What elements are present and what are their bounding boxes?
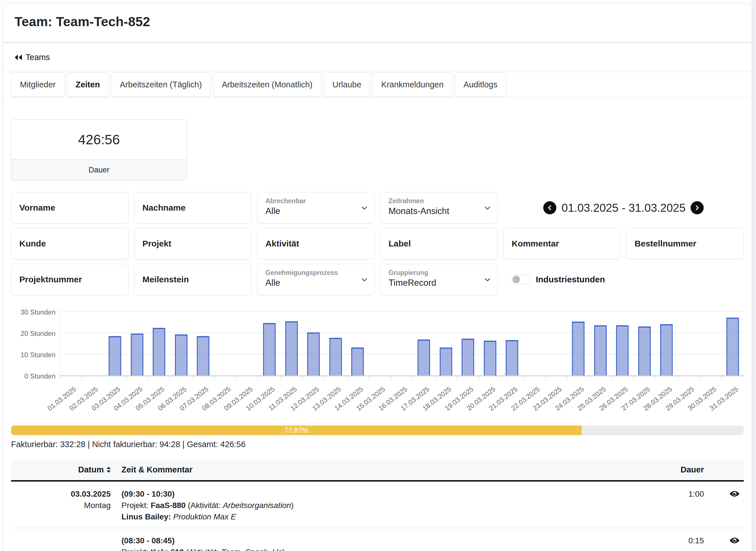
kommentar-input[interactable] [503, 228, 621, 259]
x-axis-tick [126, 376, 126, 380]
row-description-cell: (09:30 - 10:30)Projekt: FaaS-880 (Aktivi… [111, 488, 647, 523]
projekt-input[interactable] [134, 228, 252, 259]
industriestunden-toggle[interactable] [511, 274, 530, 284]
bestellnummer-input[interactable] [626, 228, 744, 259]
teams-back-link[interactable]: Teams [15, 53, 50, 62]
bar-18.03.2025 [440, 348, 452, 376]
page-scrollbar[interactable] [752, 0, 756, 551]
x-axis-tick [656, 376, 656, 380]
toggle-knob [513, 276, 520, 283]
tab-zeiten[interactable]: Zeiten [67, 72, 109, 97]
title-divider [3, 42, 752, 43]
zeitrahmen-value: Monats-Ansicht [389, 205, 480, 217]
row-author: Linus Bailey: [121, 512, 171, 521]
table-row[interactable]: 03.03.2025Montag(09:30 - 10:30)Projekt: … [11, 482, 744, 528]
x-axis-tick [589, 376, 590, 380]
tab-arbeitszeiten-t-glich[interactable]: Arbeitszeiten (Täglich) [111, 72, 211, 97]
chevron-right-icon [694, 205, 700, 211]
duration-label: Dauer [11, 159, 187, 180]
billable-progress-bar: 77.87% [11, 426, 744, 435]
abrechenbar-value: Alle [265, 205, 357, 217]
prev-month-button[interactable] [543, 201, 556, 214]
chevron-down-icon [484, 276, 491, 284]
view-details-button[interactable] [729, 535, 740, 546]
date-range-label: 01.03.2025 - 31.03.2025 [561, 201, 685, 214]
x-axis-tick [148, 376, 148, 380]
x-axis-tick [170, 376, 170, 380]
x-axis-tick [633, 376, 634, 380]
vorname-input[interactable] [11, 192, 129, 223]
bar-11.03.2025 [285, 321, 298, 376]
meilenstein-input[interactable] [134, 264, 252, 295]
genehmigungsprozess-value: Alle [265, 277, 357, 289]
bar-25.03.2025 [594, 325, 607, 376]
row-activity: Team_Speak_Up [221, 548, 282, 551]
bar-27.03.2025 [638, 327, 651, 376]
industriestunden-label: Industriestunden [536, 274, 605, 284]
bar-28.03.2025 [660, 324, 673, 376]
x-axis-tick [258, 376, 259, 380]
x-axis-tick [567, 376, 567, 380]
projektnummer-input[interactable] [11, 264, 129, 295]
row-description-cell: (08:30 - 08:45)Projekt: Kalu-619 (Aktivi… [111, 535, 647, 551]
row-time-range: (09:30 - 10:30) [121, 488, 647, 500]
label-input[interactable] [380, 228, 498, 259]
abrechenbar-select[interactable]: Abrechenbar Alle [257, 192, 375, 223]
bar-07.03.2025 [197, 336, 209, 376]
row-project: Kalu-619 [151, 548, 184, 551]
row-date: 03.03.2025 [11, 488, 111, 500]
filter-grid: Abrechenbar Alle Zeitrahmen Monats-Ansic… [11, 192, 744, 295]
datum-header-label: Datum [78, 465, 104, 474]
row-date-cell [11, 535, 111, 551]
totals-line: Fakturierbar: 332:28 | Nicht fakturierba… [11, 440, 744, 449]
nachname-input[interactable] [134, 192, 252, 223]
bar-03.03.2025 [109, 336, 121, 376]
column-header-dauer: Dauer [647, 465, 704, 474]
view-details-button[interactable] [729, 488, 740, 500]
x-axis-tick [413, 376, 413, 380]
tab-krankmeldungen[interactable]: Krankmeldungen [372, 72, 452, 97]
x-axis-tick [435, 376, 435, 380]
gruppierung-value: TimeRecord [389, 277, 480, 289]
x-axis-tick [104, 376, 104, 380]
kunde-input[interactable] [11, 228, 129, 259]
x-axis-tick [280, 376, 281, 380]
tab-auditlogs[interactable]: Auditlogs [455, 72, 506, 97]
row-actions-cell [704, 535, 744, 551]
x-axis-tick [236, 376, 237, 380]
teams-back-label: Teams [26, 53, 50, 62]
tab-arbeitszeiten-monatlich[interactable]: Arbeitszeiten (Monatlich) [213, 72, 321, 97]
sort-icon [107, 467, 111, 473]
bar-21.03.2025 [506, 340, 518, 376]
bar-17.03.2025 [418, 340, 430, 376]
y-axis-label-0: 0 Stunden [11, 372, 55, 380]
duration-value: 426:56 [11, 119, 187, 159]
bar-14.03.2025 [351, 348, 364, 376]
x-axis-tick [545, 376, 546, 380]
column-header-datum[interactable]: Datum [11, 465, 111, 474]
chart-x-axis-labels: 01.03.202502.03.202503.03.202504.03.2025… [59, 383, 744, 414]
rewind-icon [15, 54, 22, 61]
chevron-left-icon [547, 205, 553, 211]
tab-mitglieder[interactable]: Mitglieder [11, 72, 65, 97]
next-month-button[interactable] [691, 201, 704, 214]
gruppierung-select[interactable]: Gruppierung TimeRecord [380, 264, 498, 295]
table-row[interactable]: (08:30 - 08:45)Projekt: Kalu-619 (Aktivi… [11, 528, 744, 551]
chart-plot-area [59, 312, 744, 376]
zeitrahmen-select[interactable]: Zeitrahmen Monats-Ansicht [380, 192, 498, 223]
eye-icon [729, 537, 740, 544]
x-axis-tick [501, 376, 501, 380]
y-axis-label-30: 30 Stunden [11, 308, 55, 316]
x-axis-tick [744, 376, 744, 380]
gridline-30 [60, 311, 744, 312]
aktivitaet-input[interactable] [257, 228, 375, 259]
row-weekday: Montag [11, 500, 111, 511]
zeitrahmen-label: Zeitrahmen [389, 197, 480, 205]
genehmigungsprozess-select[interactable]: Genehmigungsprozess Alle [257, 264, 375, 295]
tab-urlaube[interactable]: Urlaube [324, 72, 370, 97]
column-header-zeit-kommentar: Zeit & Kommentar [111, 465, 647, 474]
page-panel: Team: Team-Tech-852 Teams MitgliederZeit… [3, 3, 752, 551]
duration-card: 426:56 Dauer [11, 119, 187, 181]
timesheet-table: Datum Zeit & Kommentar Dauer 03.03.2025M… [11, 459, 744, 551]
bar-04.03.2025 [131, 334, 143, 376]
